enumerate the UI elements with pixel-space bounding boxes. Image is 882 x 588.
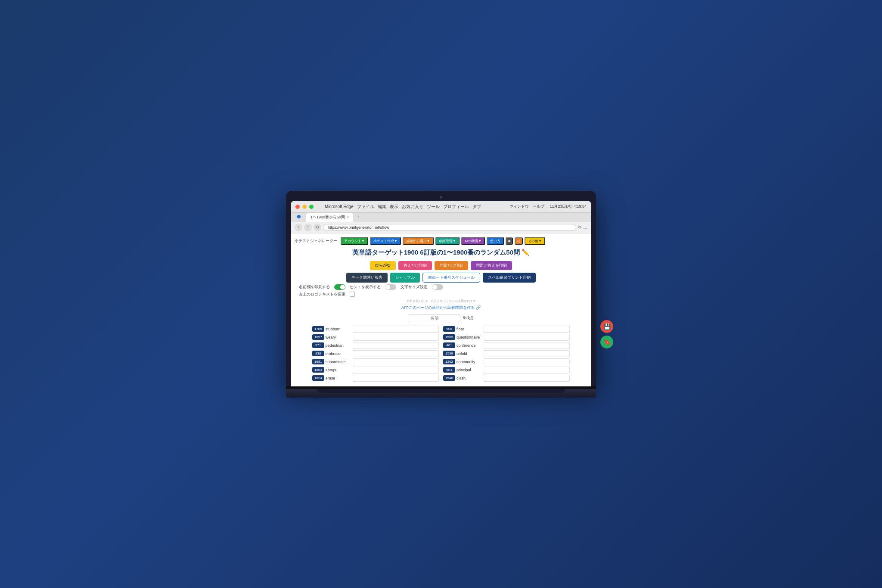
btn-shuffle[interactable]: シャッフル <box>390 273 420 283</box>
opt-fontsize-label: 文字サイズ設定 <box>401 284 428 290</box>
nav-account[interactable]: アカウント▼ <box>341 237 368 245</box>
word-text: float <box>457 327 482 331</box>
word-text: stubborn <box>326 327 351 331</box>
logo-checkbox[interactable] <box>350 292 355 297</box>
menu-profile[interactable]: プロフィール <box>443 204 469 210</box>
nav-create-test[interactable]: 小テスト作成▼ <box>370 237 401 245</box>
word-num: 908 <box>443 326 455 332</box>
fontsize-toggle[interactable] <box>432 284 443 290</box>
answer-input[interactable] <box>484 326 570 333</box>
ai-link[interactable]: AIでこのページの単語から読解問題を作る 🔗 <box>295 305 587 311</box>
word-row-left-3: 838 embrace <box>312 350 439 357</box>
laptop-camera <box>440 196 442 199</box>
app-name: Microsoft Edge <box>325 204 354 209</box>
answer-input[interactable] <box>353 367 439 373</box>
word-text: subordinate <box>326 360 351 364</box>
word-row-right-1: 1569 questionnaire <box>443 334 570 341</box>
titlebar: Microsoft Edge ファイル 編集 表示 お気に入り ツール プロフィ… <box>291 201 591 213</box>
menu-favorites[interactable]: お気に入り <box>402 204 423 210</box>
opt-hint-label: ヒントを表示する <box>350 284 381 290</box>
menu-view[interactable]: 表示 <box>390 204 398 210</box>
new-tab-button[interactable]: + <box>355 214 361 220</box>
btn-question-print[interactable]: 問題だけ印刷 <box>435 261 468 270</box>
word-num: 1691 <box>312 359 324 364</box>
action-buttons-row2: データ関連い報告 シャッフル 前単ート番号スケジュール スペル練習プリント印刷 <box>295 273 587 283</box>
right-column: 908 float 1569 questionnaire 461 <box>443 326 570 383</box>
ad-notice: 有料会員の方は、広告にオプションが表示されます <box>295 299 587 303</box>
answer-input[interactable] <box>484 334 570 341</box>
tab-close-icon[interactable]: × <box>347 215 349 219</box>
word-text: abrupt <box>326 368 351 372</box>
answer-input[interactable] <box>484 367 570 373</box>
word-row-right-0: 908 float <box>443 326 570 333</box>
btn-schedule[interactable]: 前単ート番号スケジュール <box>422 273 480 283</box>
btn-spell[interactable]: スペル練習プリント印刷 <box>483 273 536 283</box>
word-row-right-6: 1546 clash <box>443 375 570 382</box>
nav-ai[interactable]: AIの機能▼ <box>461 237 485 245</box>
nav-icon1[interactable]: ■ <box>506 237 513 245</box>
browser-icon-1[interactable]: ⚙ <box>578 225 582 230</box>
laptop-hinge <box>286 386 596 389</box>
nav-other[interactable]: その他▼ <box>525 237 545 245</box>
active-tab[interactable]: 1〜1900番から50問 × <box>306 213 353 222</box>
answer-input[interactable] <box>353 375 439 382</box>
tab-label: 1〜1900番から50問 <box>311 215 345 220</box>
word-row-left-2: 971 pedestrian <box>312 342 439 349</box>
nav-results-mgmt[interactable]: 成績管理▼ <box>435 237 460 245</box>
word-row-left-1: 1897 weary <box>312 334 439 341</box>
nav-usage[interactable]: 使い方 <box>487 237 504 245</box>
back-button[interactable]: ‹ <box>295 224 302 231</box>
btn-data[interactable]: データ関連い報告 <box>346 273 388 283</box>
save-fab-button[interactable]: 💾 <box>600 320 613 333</box>
browser-icon-2[interactable]: … <box>583 225 587 230</box>
laptop-foot <box>317 389 565 393</box>
refresh-button[interactable]: ↻ <box>314 224 321 231</box>
menu-file[interactable]: ファイル <box>357 204 374 210</box>
maximize-button[interactable] <box>309 205 314 209</box>
word-num: 1624 <box>312 375 324 381</box>
answer-input[interactable] <box>353 358 439 365</box>
nav-icon2[interactable]: ◎ <box>515 237 523 245</box>
word-row-left-0: 1785 stubborn <box>312 326 439 333</box>
answer-input[interactable] <box>353 326 439 333</box>
word-num: 683 <box>443 367 455 373</box>
word-row-right-3: 1538 unfold <box>443 350 570 357</box>
word-text: clash <box>457 376 482 380</box>
btn-hiragana[interactable]: ひらがな <box>370 261 396 270</box>
answer-input[interactable] <box>484 375 570 382</box>
forward-button[interactable]: › <box>304 224 312 231</box>
btn-qa-print[interactable]: 問題と答えを印刷 <box>471 261 512 270</box>
opt-logo-label: 左上のロゴテキストを変更 <box>299 292 345 297</box>
menu-edit[interactable]: 編集 <box>378 204 386 210</box>
score-badge: /50点 <box>463 315 473 321</box>
answer-input[interactable] <box>353 334 439 341</box>
answer-input[interactable] <box>353 350 439 357</box>
word-text: pedestrian <box>326 343 351 348</box>
bookmark-icon: 🔖 <box>603 339 611 345</box>
word-row-left-4: 1691 subordinate <box>312 358 439 365</box>
answer-input[interactable] <box>353 342 439 349</box>
name-print-toggle[interactable] <box>334 284 345 290</box>
hint-toggle[interactable] <box>385 284 396 290</box>
name-input[interactable] <box>409 314 460 322</box>
answer-input[interactable] <box>484 342 570 349</box>
btn-answer-only[interactable]: 答えだけ印刷 <box>398 261 432 270</box>
close-button[interactable] <box>295 205 300 209</box>
datetime: 11月23日(木) 4:19:54 <box>550 204 587 208</box>
answer-input[interactable] <box>484 358 570 365</box>
minimize-button[interactable] <box>302 205 307 209</box>
nav-from-results[interactable]: 成績から選ぶ▼ <box>403 237 434 245</box>
url-bar[interactable]: https://www.printgenerator.net/show <box>323 224 576 231</box>
word-row-right-2: 461 conference <box>443 342 570 349</box>
score-row: /50点 <box>295 314 587 322</box>
word-num: 1538 <box>443 351 455 356</box>
options-row2: 左上のロゴテキストを変更 <box>295 292 587 297</box>
word-num: 1897 <box>312 334 324 340</box>
menu-tools[interactable]: ツール <box>427 204 440 210</box>
site-logo: 小テストジェネレーター <box>295 238 337 244</box>
bookmark-fab-button[interactable]: 🔖 <box>600 336 613 348</box>
word-text: conference <box>457 343 482 348</box>
answer-input[interactable] <box>484 350 570 357</box>
menu-tab[interactable]: タブ <box>472 204 481 210</box>
laptop-base <box>286 389 596 398</box>
